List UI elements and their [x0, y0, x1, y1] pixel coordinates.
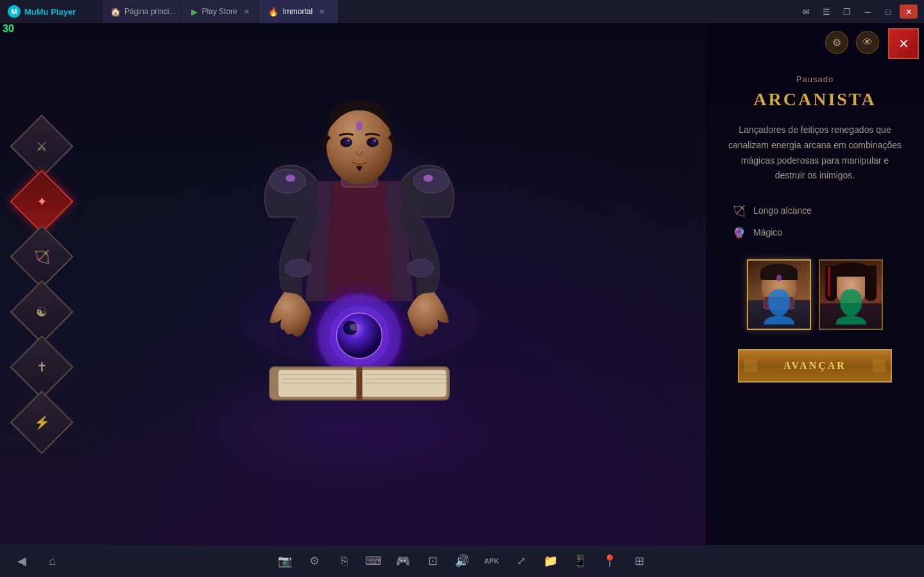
immortal-tab-icon: 🔥	[268, 7, 278, 17]
titlebar-controls: ✉ ☰ ❐ ─ □ ✕	[791, 4, 924, 19]
tab-home[interactable]: 🏠 Página princi...	[103, 0, 184, 23]
camera-icon[interactable]: 📷	[276, 552, 294, 570]
back-arrow-icon: ◀	[17, 554, 26, 568]
svg-point-7	[356, 122, 362, 130]
crop-icon[interactable]: ⊡	[424, 552, 441, 570]
demon-hunter-icon: 🏹	[34, 249, 50, 264]
titlebar: M MuMu Player 🏠 Página princi... ▶ Play …	[0, 0, 924, 23]
playstore-tab-label: Play Store	[201, 7, 237, 16]
tab-immortal[interactable]: 🔥 Immortal ✕	[261, 0, 338, 23]
svg-point-15	[407, 259, 434, 277]
class-description: Lançadores de feitiços renegados que can…	[719, 123, 911, 184]
barbarian-icon: ⚔	[36, 139, 47, 154]
magic-label: Mágico	[753, 227, 782, 237]
keyboard-icon[interactable]: ⌨	[364, 552, 382, 570]
portrait-male[interactable]	[747, 259, 811, 330]
svg-point-23	[350, 323, 359, 331]
close-button[interactable]: ✕	[900, 4, 918, 19]
playstore-close-tab[interactable]: ✕	[244, 8, 250, 16]
game-info-icon[interactable]: 👁	[856, 31, 879, 54]
svg-point-10	[345, 139, 350, 144]
svg-point-11	[371, 139, 377, 144]
folder-icon[interactable]: 📁	[542, 552, 560, 570]
nav-back-button[interactable]: ◀	[13, 552, 31, 570]
toolbar-nav: ◀ ⌂	[13, 552, 62, 570]
svg-point-12	[347, 139, 350, 142]
class-title: ARCANISTA	[753, 89, 876, 110]
advance-button-label: AVANÇAR	[783, 360, 846, 372]
class-icon-demon-hunter[interactable]: 🏹	[10, 225, 74, 288]
paused-label: Pausado	[796, 74, 834, 84]
immortal-tab-label: Immortal	[282, 7, 312, 16]
message-button[interactable]: ✉	[797, 4, 815, 19]
panel-top-icons: ⚙ 👁	[825, 31, 879, 54]
home-icon: ⌂	[49, 555, 56, 568]
class-icon-barbarian[interactable]: ⚔	[10, 114, 74, 178]
nav-home-button[interactable]: ⌂	[44, 552, 62, 570]
bottom-toolbar: ◀ ⌂ 📷 ⚙ ⎘ ⌨ 🎮 ⊡ 🔊 APK ⤢ 📁 📱 📍 ⊞	[0, 545, 924, 577]
menu-button[interactable]: ☰	[817, 4, 835, 19]
svg-point-1	[270, 169, 305, 193]
class-icon-necromancer[interactable]: ✝	[10, 335, 74, 399]
gamepad-icon[interactable]: 🎮	[394, 552, 412, 570]
location-icon[interactable]: 📍	[601, 552, 619, 570]
minimize-button[interactable]: ─	[859, 4, 877, 19]
attribute-long-range: 🏹 Longo alcance	[732, 203, 812, 218]
long-range-label: Longo alcance	[753, 205, 812, 216]
monk-icon: ☯	[36, 304, 47, 320]
volume-icon[interactable]: 🔊	[453, 552, 471, 570]
settings-icon[interactable]: ⚙	[305, 552, 323, 570]
crusader-icon: ✦	[37, 194, 47, 209]
toolbar-tools: 📷 ⚙ ⎘ ⌨ 🎮 ⊡ 🔊 APK ⤢ 📁 📱 📍 ⊞	[276, 552, 648, 570]
apk-icon[interactable]: APK	[483, 552, 501, 570]
svg-point-14	[285, 259, 311, 277]
attributes-list: 🏹 Longo alcance 🔮 Mágico	[719, 203, 911, 240]
app-name: MuMu Player	[24, 7, 76, 17]
class-icon-wizard[interactable]: ⚡	[10, 390, 74, 454]
game-close-icon: ✕	[898, 36, 909, 51]
svg-point-13	[373, 139, 376, 142]
share-icon[interactable]: ⎘	[335, 552, 353, 570]
home-tab-icon: 🏠	[110, 7, 121, 17]
attribute-magic: 🔮 Mágico	[732, 225, 782, 240]
svg-rect-25	[278, 370, 446, 397]
advance-button[interactable]: AVANÇAR	[738, 349, 892, 383]
restore-button[interactable]: ❐	[838, 4, 856, 19]
class-icons-panel: ⚔ ✦ 🏹 ☯ ✝ ⚡	[19, 124, 64, 445]
class-icon-monk[interactable]: ☯	[10, 280, 74, 343]
class-icon-crusader[interactable]: ✦	[10, 169, 74, 233]
app-logo-icon: M	[8, 5, 21, 18]
game-close-button[interactable]: ✕	[888, 28, 919, 59]
tab-playstore[interactable]: ▶ Play Store ✕	[184, 0, 261, 23]
game-settings-icon[interactable]: ⚙	[825, 31, 848, 54]
svg-rect-26	[356, 366, 362, 399]
playstore-tab-icon: ▶	[191, 7, 198, 17]
long-range-icon: 🏹	[732, 203, 747, 218]
portrait-female[interactable]	[819, 259, 883, 330]
resize-icon[interactable]: ⤢	[512, 552, 530, 570]
svg-point-3	[286, 175, 295, 182]
app-logo: M MuMu Player	[0, 5, 103, 18]
necromancer-icon: ✝	[37, 359, 47, 375]
home-tab-label: Página princi...	[124, 7, 175, 16]
portraits-row	[747, 259, 883, 330]
svg-point-2	[413, 169, 449, 193]
character-display	[0, 23, 719, 545]
info-panel: Pausado ARCANISTA Lançadores de feitiços…	[706, 23, 924, 545]
mage-svg	[212, 49, 507, 409]
magic-icon: 🔮	[732, 225, 747, 240]
resize-button[interactable]: □	[879, 4, 897, 19]
phone-icon[interactable]: 📱	[571, 552, 589, 570]
wizard-icon: ⚡	[34, 415, 50, 430]
tab-bar: 🏠 Página princi... ▶ Play Store ✕ 🔥 Immo…	[103, 0, 791, 23]
grid-icon[interactable]: ⊞	[630, 552, 648, 570]
game-area: ⚔ ✦ 🏹 ☯ ✝ ⚡	[0, 23, 924, 545]
immortal-close-tab[interactable]: ✕	[319, 8, 325, 16]
fps-badge: 30	[3, 23, 14, 35]
svg-point-4	[424, 175, 433, 182]
